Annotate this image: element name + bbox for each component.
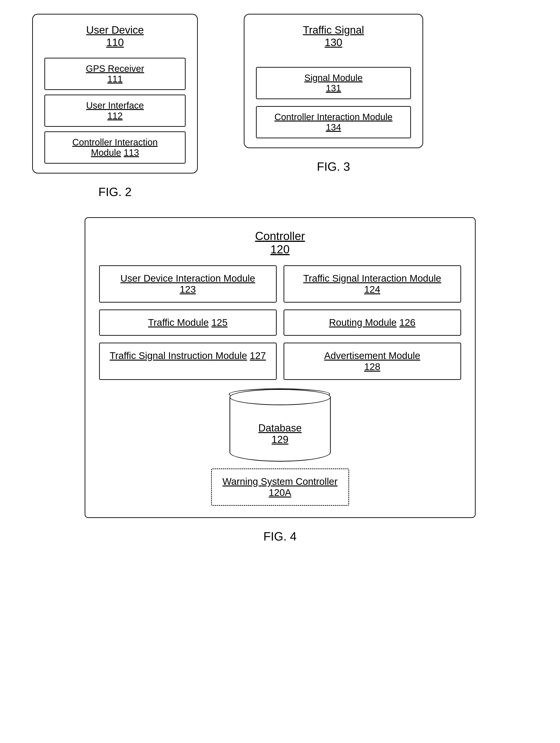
controller-title-text: Controller xyxy=(255,230,305,243)
database-container: Database 129 xyxy=(227,389,333,462)
fig2-device-title: User Device xyxy=(86,24,144,36)
advertisement-module-number: 128 xyxy=(364,361,380,372)
fig3-traffic-signal-number: 130 xyxy=(325,36,342,48)
fig2-controller-interaction-module: Controller Interaction Module 113 xyxy=(44,131,186,164)
database-number: 129 xyxy=(272,434,288,445)
controller-interaction-134-number: 134 xyxy=(326,122,341,132)
advertisement-module-label: Advertisement Module xyxy=(324,350,420,361)
traffic-signal-interaction-label: Traffic Signal Interaction Module xyxy=(304,273,441,284)
fig4-section: Controller 120 User Device Interaction M… xyxy=(18,217,542,543)
user-device-interaction-label: User Device Interaction Module xyxy=(121,273,255,284)
routing-module-number: 126 xyxy=(399,317,415,328)
fig3-signal-module: Signal Module 131 xyxy=(256,67,411,99)
fig3-controller-interaction-module: Controller Interaction Module 134 xyxy=(256,106,411,138)
controller-interaction-113-number: 113 xyxy=(124,147,139,158)
user-interface-number: 112 xyxy=(107,111,123,121)
fig3-traffic-signal-title: Traffic Signal xyxy=(303,24,364,36)
database-cylinder: Database 129 xyxy=(230,389,331,462)
fig4-advertisement-module: Advertisement Module 128 xyxy=(284,343,461,380)
fig2-outer-title: User Device 110 xyxy=(44,24,186,49)
fig4-user-device-interaction-module: User Device Interaction Module 123 xyxy=(99,265,277,303)
fig3-label: FIG. 3 xyxy=(317,160,350,174)
fig4-controller-outer-box: Controller 120 User Device Interaction M… xyxy=(85,217,476,518)
cylinder-top xyxy=(230,389,331,405)
user-interface-label: User Interface xyxy=(86,100,144,111)
controller-title-number: 120 xyxy=(271,243,289,256)
fig4-traffic-module: Traffic Module 125 xyxy=(99,309,277,336)
traffic-module-number: 125 xyxy=(212,317,227,328)
warning-system-number: 120A xyxy=(269,487,291,498)
user-device-interaction-number: 123 xyxy=(180,284,196,295)
traffic-module-label: Traffic Module xyxy=(148,317,209,328)
fig2-device-number: 110 xyxy=(106,36,124,48)
signal-module-label: Signal Module xyxy=(304,73,363,83)
fig4-modules-grid: User Device Interaction Module 123 Traff… xyxy=(99,265,461,380)
routing-module-label: Routing Module xyxy=(329,317,397,328)
gps-receiver-number: 111 xyxy=(107,74,123,84)
fig3-outer-title: Traffic Signal 130 xyxy=(256,24,411,49)
fig2-ui-module: User Interface 112 xyxy=(44,95,186,127)
fig4-traffic-signal-instruction-module: Traffic Signal Instruction Module 127 xyxy=(99,343,277,380)
page-content: User Device 110 GPS Receiver 111 User In… xyxy=(18,14,542,543)
fig4-traffic-signal-interaction-module: Traffic Signal Interaction Module 124 xyxy=(284,265,461,303)
controller-interaction-134-label: Controller Interaction Module xyxy=(274,112,392,122)
fig2-section: User Device 110 GPS Receiver 111 User In… xyxy=(32,14,198,199)
signal-module-number: 131 xyxy=(326,83,341,93)
warning-system-box: Warning System Controller 120A xyxy=(211,469,349,506)
database-name-text: Database xyxy=(258,422,301,434)
warning-system-name: Warning System Controller xyxy=(222,476,337,487)
fig2-gps-module: GPS Receiver 111 xyxy=(44,58,186,90)
fig3-outer-box: Traffic Signal 130 Signal Module 131 Con… xyxy=(244,14,423,148)
database-label: Database 129 xyxy=(258,422,301,445)
fig4-controller-title: Controller 120 xyxy=(99,229,461,256)
traffic-signal-interaction-number: 124 xyxy=(364,284,380,295)
top-row: User Device 110 GPS Receiver 111 User In… xyxy=(18,14,437,199)
traffic-signal-instruction-number: 127 xyxy=(250,350,266,361)
cylinder-body: Database 129 xyxy=(230,397,331,462)
gps-receiver-label: GPS Receiver xyxy=(86,63,144,74)
fig2-outer-box: User Device 110 GPS Receiver 111 User In… xyxy=(32,14,198,174)
fig4-routing-module: Routing Module 126 xyxy=(284,309,461,336)
fig3-section: Traffic Signal 130 Signal Module 131 Con… xyxy=(244,14,423,174)
fig2-label: FIG. 2 xyxy=(98,185,132,199)
traffic-signal-instruction-label: Traffic Signal Instruction Module xyxy=(110,350,247,361)
fig4-label: FIG. 4 xyxy=(263,529,296,543)
controller-interaction-113-label: Controller Interaction Module xyxy=(72,137,157,158)
